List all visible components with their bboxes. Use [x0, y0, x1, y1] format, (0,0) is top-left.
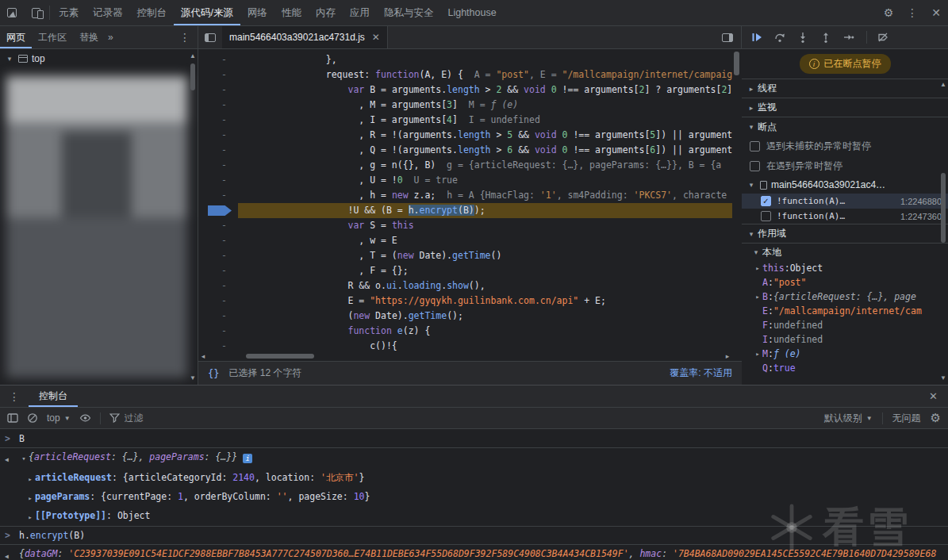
line-gutter[interactable]: -	[198, 278, 238, 293]
code-line[interactable]: - request: function(A, E) { A = "post", …	[198, 67, 732, 82]
code-line[interactable]: - , T = (new Date).getTime()	[198, 248, 732, 263]
line-gutter[interactable]: -	[198, 248, 238, 263]
context-selector[interactable]: top ▼	[47, 412, 71, 424]
breakpoint-entry[interactable]: !function(A)…1:2247360	[742, 209, 948, 224]
code-line[interactable]: - var B = arguments.length > 2 && void 0…	[198, 82, 732, 98]
line-gutter[interactable]: -	[198, 233, 238, 248]
collapse-icon[interactable]: ▾	[19, 450, 29, 467]
scope-local-header[interactable]: ▾ 本地	[742, 244, 948, 261]
code-line[interactable]: - , g = n({}, B) g = {articleRequest: {……	[198, 158, 732, 173]
console-child-row[interactable]: ▸articleRequest: {articleCategoryId: 214…	[0, 469, 948, 488]
expand-icon[interactable]: ▸	[753, 293, 762, 301]
code-line[interactable]: - , R = !(arguments.length > 5 && void 0…	[198, 128, 732, 143]
line-gutter[interactable]: -	[198, 52, 238, 67]
pretty-print-icon[interactable]: {}	[208, 368, 219, 379]
line-gutter[interactable]	[198, 203, 238, 218]
scope-variable[interactable]: F: undefined	[742, 318, 948, 332]
code-line[interactable]: - var S = this	[198, 218, 732, 233]
scroll-right-icon[interactable]: ▸	[723, 352, 732, 360]
console-sidebar-icon[interactable]	[7, 413, 18, 423]
sidebar-tab[interactable]: 替换	[73, 26, 105, 48]
line-gutter[interactable]: -	[198, 143, 238, 158]
devtools-tab[interactable]: 元素	[52, 0, 86, 25]
line-gutter[interactable]: -	[198, 98, 238, 113]
line-gutter[interactable]: -	[198, 218, 238, 233]
code-line[interactable]: - , h = new z.a; h = A {HmacFlag: '1', s…	[198, 188, 732, 203]
pause-uncaught-exceptions-row[interactable]: 遇到未捕获的异常时暂停	[742, 136, 948, 156]
console-input-row[interactable]: >B	[0, 430, 948, 447]
pause-caught-exceptions-row[interactable]: 在遇到异常时暂停	[742, 156, 948, 176]
scroll-up-icon[interactable]: ▲	[940, 81, 946, 88]
scope-variable[interactable]: ▸this: Object	[742, 261, 948, 275]
more-tabs-icon[interactable]: »	[105, 26, 117, 48]
step-over-icon[interactable]	[774, 32, 787, 43]
file-tab[interactable]: main5466403a39021ac4731d.js ✕	[222, 26, 388, 48]
console-result-row[interactable]: ◀▾{articleRequest: {…}, pageParams: {…}}…	[0, 447, 948, 469]
scroll-down-icon[interactable]: ▼	[190, 374, 196, 382]
line-gutter[interactable]: -	[198, 82, 238, 98]
scope-variable[interactable]: ▸B: {articleRequest: {…}, page	[742, 290, 948, 304]
close-file-tab-icon[interactable]: ✕	[372, 32, 380, 43]
clear-console-icon[interactable]	[27, 412, 38, 424]
debugger-panel-toggle-icon[interactable]	[714, 26, 741, 48]
scope-variable[interactable]: E: "/mallcampaign/internet/cam	[742, 304, 948, 318]
collapse-icon[interactable]: ▾	[5, 55, 14, 63]
devtools-tab[interactable]: 性能	[274, 0, 309, 25]
console-settings-gear-icon[interactable]: ⚙	[931, 411, 941, 425]
code-line[interactable]: - , I = arguments[4] I = undefined	[198, 113, 732, 128]
scope-section-header[interactable]: ▾ 作用域	[742, 224, 948, 244]
devtools-tab[interactable]: 内存	[309, 0, 343, 25]
code-line[interactable]: - (new Date).getTime();	[198, 309, 732, 324]
expand-icon[interactable]: ▸	[25, 489, 35, 505]
settings-gear-icon[interactable]: ⚙	[877, 0, 900, 25]
expand-icon[interactable]: ▸	[25, 470, 35, 486]
console-child-row[interactable]: ▸[[Prototype]]: Object	[0, 507, 948, 526]
filter-input[interactable]	[125, 412, 466, 424]
scroll-down-icon[interactable]: ▼	[940, 374, 946, 382]
line-gutter[interactable]: -	[198, 67, 238, 82]
threads-section[interactable]: ▸ 线程	[742, 79, 948, 98]
code-line[interactable]: - R && o.ui.loading.show(),	[198, 278, 732, 293]
step-into-icon[interactable]	[797, 32, 810, 43]
console-input-row[interactable]: >h.encrypt(B)	[0, 526, 948, 544]
collapse-icon[interactable]: ▾	[751, 248, 761, 256]
log-level-selector[interactable]: 默认级别 ▼	[824, 412, 873, 425]
expand-icon[interactable]: ▸	[753, 350, 762, 358]
breakpoint-checkbox[interactable]: ✓	[761, 196, 771, 206]
scope-variable[interactable]: ▸M: ƒ (e)	[742, 347, 948, 361]
breakpoint-file-group[interactable]: ▾ main5466403a39021ac4…	[742, 176, 948, 194]
code-line[interactable]: - , U = !0 U = true	[198, 173, 732, 188]
line-gutter[interactable]: -	[198, 113, 238, 128]
editor-horizontal-scrollbar[interactable]: ◂ ▸	[198, 351, 732, 361]
devtools-tab[interactable]: 记录器	[86, 0, 130, 25]
code-line[interactable]: - , M = arguments[3] M = ƒ (e)	[198, 98, 732, 113]
inspect-icon[interactable]	[0, 0, 24, 25]
breakpoint-checkbox[interactable]	[761, 211, 771, 221]
breakpoints-header[interactable]: ▾ 断点	[742, 117, 948, 136]
close-drawer-icon[interactable]: ✕	[919, 385, 948, 407]
devtools-tab[interactable]: 控制台	[130, 0, 175, 25]
scrollbar-thumb[interactable]	[246, 354, 314, 359]
navigator-scrollbar[interactable]: ▲ ▼	[189, 51, 197, 383]
console-child-row[interactable]: ▸pageParams: {currentPage: 1, orderByCol…	[0, 488, 948, 507]
line-gutter[interactable]: -	[198, 309, 238, 324]
line-gutter[interactable]: -	[198, 339, 238, 351]
scroll-left-icon[interactable]: ◂	[198, 352, 208, 360]
line-gutter[interactable]: -	[198, 188, 238, 203]
info-icon[interactable]: i	[243, 454, 252, 463]
code-line[interactable]: - },	[198, 52, 732, 67]
collapse-icon[interactable]: ▾	[747, 123, 756, 131]
devtools-tab[interactable]: 网络	[240, 0, 274, 25]
code-line[interactable]: - , Q = !(arguments.length > 6 && void 0…	[198, 143, 732, 158]
close-devtools-icon[interactable]: ✕	[924, 0, 948, 25]
breakpoint-entry[interactable]: ✓!function(A)…1:2246880	[742, 194, 948, 209]
collapse-icon[interactable]: ▾	[747, 181, 756, 189]
coverage-status[interactable]: 覆盖率: 不适用	[670, 366, 732, 380]
devtools-tab[interactable]: 应用	[343, 0, 377, 25]
code-line[interactable]: - , w = E	[198, 233, 732, 248]
expand-icon[interactable]: ▸	[747, 104, 756, 112]
devtools-tab[interactable]: 隐私与安全	[377, 0, 441, 25]
checkbox-icon[interactable]	[750, 161, 760, 171]
expand-icon[interactable]: ▸	[753, 264, 762, 272]
line-gutter[interactable]: -	[198, 173, 238, 188]
